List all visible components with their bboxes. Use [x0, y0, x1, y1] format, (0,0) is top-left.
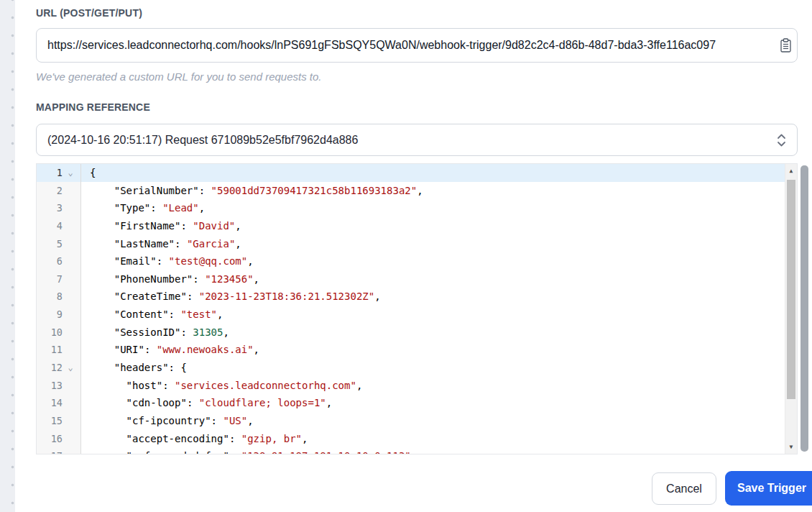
- code-line[interactable]: 14 "cdn-loop": "cloudflare; loops=1",: [37, 394, 797, 412]
- copy-clipboard-icon[interactable]: [780, 38, 791, 52]
- line-gutter: 8: [37, 288, 81, 306]
- line-gutter: 14: [37, 394, 81, 412]
- line-gutter: 1⌄: [37, 164, 81, 182]
- url-label: URL (POST/GET/PUT): [36, 7, 142, 19]
- code-line[interactable]: 2 "SerialNumber": "59001dd73709417321c58…: [37, 182, 797, 200]
- code-line[interactable]: 13 "host": "services.leadconnectorhq.com…: [37, 377, 797, 395]
- webhook-url-field: [36, 28, 798, 63]
- line-number: 10: [37, 324, 63, 342]
- code-line-text: "PhoneNumber": "123456",: [81, 270, 797, 288]
- code-line[interactable]: 16 "accept-encoding": "gzip, br",: [37, 430, 797, 448]
- fold-arrow-icon[interactable]: ⌄: [63, 165, 78, 180]
- scrollbar-up-arrow-icon[interactable]: ▲: [785, 165, 797, 177]
- code-line[interactable]: 10 "SessionID": 31305,: [37, 324, 797, 342]
- code-line-text: "SerialNumber": "59001dd73709417321c58b1…: [81, 182, 797, 200]
- line-gutter: 6: [37, 252, 81, 270]
- mapping-reference-select[interactable]: (2024-10-16 20:51:17) Request 671089b52e…: [36, 124, 798, 156]
- line-gutter: 2: [37, 182, 81, 200]
- code-line-text: "cf-ipcountry": "US",: [81, 412, 797, 430]
- chevron-up-down-icon: [776, 132, 787, 148]
- code-line[interactable]: 3 "Type": "Lead",: [37, 199, 797, 217]
- line-gutter: 12⌄: [37, 359, 81, 377]
- line-number: 16: [37, 430, 63, 448]
- code-line[interactable]: 17 "x-forwarded-for": "138.91.187.181,10…: [37, 447, 797, 454]
- line-number: 7: [37, 270, 63, 288]
- code-line-text: "accept-encoding": "gzip, br",: [81, 430, 797, 448]
- code-line-text: "SessionID": 31305,: [81, 324, 797, 342]
- code-line[interactable]: 6 "Email": "test@qq.com",: [37, 252, 797, 270]
- line-number: 1: [37, 164, 63, 182]
- code-line-text: "LastName": "Garcia",: [81, 235, 797, 253]
- url-helper-text: We've generated a custom URL for you to …: [36, 70, 322, 83]
- editor-scrollbar-thumb[interactable]: [787, 180, 795, 399]
- line-gutter: 9: [37, 306, 81, 324]
- cancel-button[interactable]: Cancel: [652, 472, 716, 505]
- line-number: 12: [37, 359, 63, 377]
- code-line[interactable]: 4 "FirstName": "David",: [37, 217, 797, 235]
- line-number: 4: [37, 217, 63, 235]
- code-line[interactable]: 8 "CreateTime": "2023-11-23T18:36:21.512…: [37, 288, 797, 306]
- line-number: 9: [37, 306, 63, 324]
- mapping-reference-label: MAPPING REFERENCE: [36, 101, 150, 113]
- code-line-text: "Content": "test",: [81, 306, 797, 324]
- line-number: 5: [37, 235, 63, 253]
- line-gutter: 3: [37, 199, 81, 217]
- code-line-text: {: [81, 164, 797, 182]
- line-number: 17: [37, 447, 63, 454]
- line-gutter: 5: [37, 235, 81, 253]
- code-line-text: "CreateTime": "2023-11-23T18:36:21.51230…: [81, 288, 797, 306]
- code-line[interactable]: 1⌄{: [37, 164, 797, 182]
- code-line-text: "x-forwarded-for": "138.91.187.181,10.10…: [81, 447, 797, 454]
- mapping-reference-selected-value: (2024-10-16 20:51:17) Request 671089b52e…: [47, 134, 776, 147]
- code-lines: 1⌄{2 "SerialNumber": "59001dd73709417321…: [37, 164, 797, 454]
- line-gutter: 11: [37, 341, 81, 359]
- code-line-text: "headers": {: [81, 359, 797, 377]
- code-line[interactable]: 12⌄ "headers": {: [37, 359, 797, 377]
- line-number: 13: [37, 377, 63, 395]
- line-gutter: 13: [37, 377, 81, 395]
- line-gutter: 17: [37, 447, 81, 454]
- code-line[interactable]: 5 "LastName": "Garcia",: [37, 235, 797, 253]
- page-scrollbar-thumb[interactable]: [801, 165, 808, 452]
- line-number: 3: [37, 199, 63, 217]
- code-line[interactable]: 7 "PhoneNumber": "123456",: [37, 270, 797, 288]
- code-line[interactable]: 9 "Content": "test",: [37, 306, 797, 324]
- line-gutter: 7: [37, 270, 81, 288]
- line-gutter: 16: [37, 430, 81, 448]
- save-trigger-button[interactable]: Save Trigger: [725, 471, 812, 506]
- code-line-text: "Type": "Lead",: [81, 199, 797, 217]
- webhook-trigger-panel: URL (POST/GET/PUT) We've generated a cus…: [15, 0, 812, 512]
- code-line-text: "URI": "www.newoaks.ai",: [81, 341, 797, 359]
- line-number: 2: [37, 182, 63, 200]
- fold-arrow-icon[interactable]: ⌄: [63, 360, 78, 375]
- code-line-text: "host": "services.leadconnectorhq.com",: [81, 377, 797, 395]
- line-number: 11: [37, 341, 63, 359]
- code-line-text: "cdn-loop": "cloudflare; loops=1",: [81, 394, 797, 412]
- workflow-canvas-dots-background: [0, 0, 15, 512]
- line-number: 8: [37, 288, 63, 306]
- webhook-url-input[interactable]: [36, 28, 798, 63]
- line-gutter: 4: [37, 217, 81, 235]
- editor-vertical-scrollbar[interactable]: ▲ ▼: [785, 164, 797, 454]
- code-line-text: "Email": "test@qq.com",: [81, 252, 797, 270]
- line-number: 14: [37, 394, 63, 412]
- code-line[interactable]: 15 "cf-ipcountry": "US",: [37, 412, 797, 430]
- code-line[interactable]: 11 "URI": "www.newoaks.ai",: [37, 341, 797, 359]
- line-number: 15: [37, 412, 63, 430]
- line-gutter: 15: [37, 412, 81, 430]
- line-number: 6: [37, 252, 63, 270]
- scrollbar-down-arrow-icon[interactable]: ▼: [785, 441, 797, 453]
- code-line-text: "FirstName": "David",: [81, 217, 797, 235]
- json-request-code-editor[interactable]: 1⌄{2 "SerialNumber": "59001dd73709417321…: [36, 163, 798, 454]
- line-gutter: 10: [37, 324, 81, 342]
